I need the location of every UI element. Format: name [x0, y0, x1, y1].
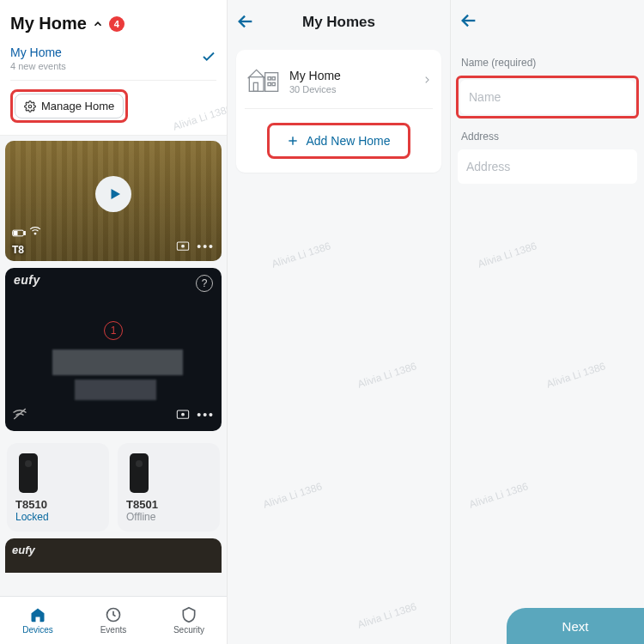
watermark: Alivia Li 1386	[545, 360, 607, 390]
camera-2-brand: eufy	[14, 273, 40, 287]
next-label: Next	[562, 619, 589, 634]
name-label: Name (required)	[451, 45, 644, 76]
tab-devices-label: Devices	[22, 625, 53, 635]
more-icon[interactable]: •••	[197, 408, 215, 422]
svg-rect-14	[265, 73, 278, 92]
tab-events[interactable]: Events	[76, 597, 151, 644]
tab-security-label: Security	[173, 625, 204, 635]
devices-icon	[29, 606, 46, 623]
wifi-icon	[29, 223, 41, 239]
svg-point-7	[34, 233, 36, 234]
home-title-row[interactable]: My Home 4	[10, 14, 216, 33]
lock-device-icon	[130, 453, 149, 493]
home-item-name: My Home	[289, 69, 341, 82]
camera-1-actions: •••	[176, 240, 215, 254]
home-list-item[interactable]: My Home 30 Devices	[245, 60, 433, 109]
svg-rect-6	[14, 232, 17, 235]
tab-security[interactable]: Security	[151, 597, 227, 644]
play-icon	[107, 186, 123, 202]
blur-region	[52, 349, 182, 375]
watermark: Alivia Li 1386	[356, 600, 418, 630]
home-select-row[interactable]: My Home 4 new events	[10, 46, 216, 81]
manage-home-wrap: Manage Home	[0, 81, 227, 136]
camera-1-label: T8	[12, 244, 24, 256]
plus-icon	[287, 135, 299, 147]
screen-my-homes: My Homes My Home 30 Devices	[228, 0, 451, 644]
chevron-right-icon	[422, 73, 431, 91]
tab-events-label: Events	[100, 625, 127, 635]
camera-3-brand: eufy	[12, 544, 35, 556]
device-1-status: Locked	[15, 511, 100, 523]
watermark: Alivia Li 1386	[270, 240, 332, 270]
watermark: Alivia Li 1386	[356, 360, 418, 390]
arrow-left-icon	[236, 12, 255, 31]
homes-card: My Home 30 Devices Add New Home	[236, 50, 441, 173]
home-title: My Home	[10, 14, 87, 33]
screen-home: My Home 4 My Home 4 new events Manage Ho…	[0, 0, 228, 644]
svg-rect-13	[249, 77, 264, 92]
device-tiles: T8510 Locked T8501 Offline	[0, 438, 227, 532]
selected-home-sub: 4 new events	[10, 61, 66, 71]
device-tile-1[interactable]: T8510 Locked	[7, 443, 109, 532]
address-label: Address	[451, 118, 644, 149]
tab-devices[interactable]: Devices	[0, 597, 76, 644]
home-header: My Home 4 My Home 4 new events	[0, 0, 227, 81]
selected-home-name: My Home	[10, 46, 66, 59]
back-button[interactable]	[459, 11, 478, 33]
help-icon[interactable]: ?	[196, 275, 213, 292]
no-wifi-icon	[12, 407, 27, 424]
svg-marker-1	[111, 189, 120, 199]
svg-rect-5	[24, 232, 25, 235]
svg-rect-18	[272, 82, 275, 85]
device-2-name: T8501	[126, 498, 211, 511]
home-item-sub: 30 Devices	[289, 84, 341, 94]
svg-rect-19	[253, 82, 258, 91]
next-button[interactable]: Next	[507, 608, 644, 644]
device-tile-2[interactable]: T8501 Offline	[118, 443, 220, 532]
header	[451, 0, 644, 45]
battery-icon	[12, 229, 26, 239]
security-icon	[180, 606, 197, 623]
house-icon	[246, 65, 281, 98]
add-new-home-label: Add New Home	[306, 134, 390, 148]
highlight-box: Manage Home	[10, 89, 128, 123]
svg-rect-15	[268, 77, 270, 80]
device-1-name: T8510	[15, 498, 100, 511]
header: My Homes	[228, 0, 450, 45]
blur-region-2	[75, 380, 157, 400]
svg-rect-17	[268, 82, 270, 85]
screen-add-home-form: Name (required) Address Next Alivia Li 1…	[451, 0, 644, 644]
watermark: Alivia Li 1386	[468, 480, 530, 510]
alert-badge: 1	[104, 321, 123, 340]
device-2-status: Offline	[126, 511, 211, 523]
more-icon[interactable]: •••	[197, 240, 215, 254]
camera-2-actions: •••	[176, 408, 215, 422]
highlight-box	[456, 76, 639, 118]
camera-card-3[interactable]: eufy	[5, 538, 222, 573]
manage-home-label: Manage Home	[41, 100, 114, 112]
checkmark-icon	[201, 49, 216, 69]
address-input[interactable]	[458, 149, 637, 184]
arrow-left-icon	[459, 11, 478, 30]
svg-point-9	[182, 413, 185, 416]
page-title: My Homes	[302, 14, 375, 31]
gear-icon	[24, 100, 36, 112]
watermark: Alivia Li 1386	[477, 240, 538, 270]
events-icon	[105, 606, 122, 623]
record-icon[interactable]	[176, 408, 190, 422]
back-button[interactable]	[236, 12, 255, 34]
chevron-up-icon	[92, 18, 104, 30]
add-new-home-button[interactable]: Add New Home	[271, 127, 405, 155]
watermark: Alivia Li 1386	[262, 480, 324, 510]
camera-card-2[interactable]: eufy ? 1 •••	[5, 268, 222, 431]
tab-bar: Devices Events Security	[0, 596, 227, 644]
camera-card-1[interactable]: T8 •••	[5, 141, 222, 261]
play-button[interactable]	[95, 176, 131, 212]
svg-rect-16	[272, 77, 275, 80]
svg-point-0	[28, 105, 32, 108]
manage-home-button[interactable]: Manage Home	[15, 94, 124, 118]
name-input[interactable]	[460, 80, 635, 114]
highlight-box: Add New Home	[267, 123, 410, 159]
record-icon[interactable]	[176, 240, 190, 254]
lock-device-icon	[19, 453, 38, 493]
